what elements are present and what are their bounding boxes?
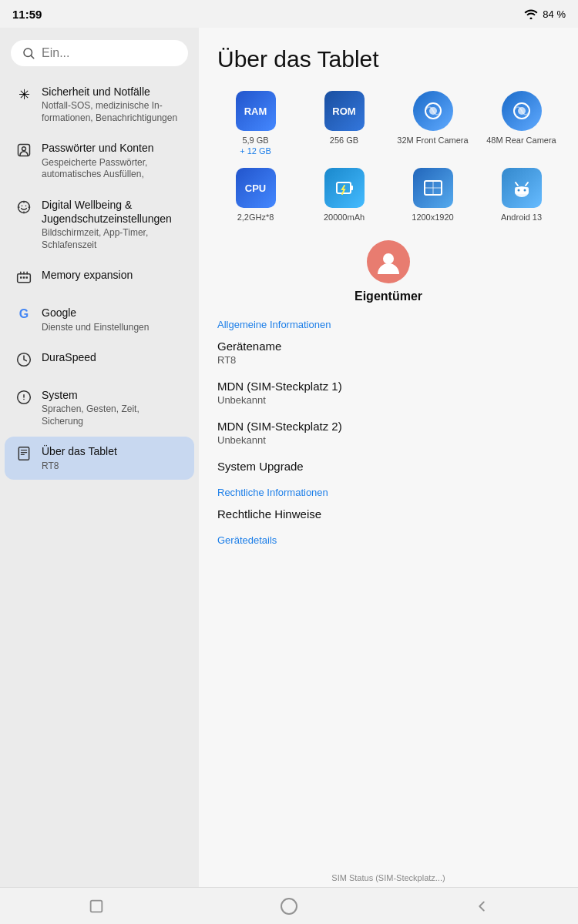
spec-battery: 20000mAh xyxy=(306,168,382,222)
svg-rect-14 xyxy=(18,447,29,460)
status-time: 11:59 xyxy=(12,8,42,21)
svg-rect-15 xyxy=(21,450,27,450)
search-bar[interactable]: Ein... xyxy=(11,40,188,66)
nav-home-button[interactable] xyxy=(266,892,312,920)
rom-label: 256 GB xyxy=(330,136,358,145)
geratename-value: RT8 xyxy=(217,354,560,366)
info-system-upgrade[interactable]: System Upgrade xyxy=(217,460,560,473)
sidebar-item-google[interactable]: G Google Dienste und Einstellungen xyxy=(5,298,194,341)
back-icon xyxy=(473,898,490,915)
bottom-hint-text: SIM Status (SIM-Steckplatz...) xyxy=(331,873,445,882)
sidebar-item-passworter[interactable]: Passwörter und Konten Gespeicherte Passw… xyxy=(5,133,194,188)
sicherheit-title: Sicherheit und Notfälle xyxy=(42,85,183,99)
svg-rect-28 xyxy=(515,187,529,194)
wellbeing-icon xyxy=(15,199,32,219)
passworter-icon xyxy=(15,142,32,162)
section-allgemeine-header: Allgemeine Informationen xyxy=(217,319,560,330)
battery-label: 20000mAh xyxy=(324,213,365,222)
section-rechtliche-header: Rechtliche Informationen xyxy=(217,487,560,498)
cpu-label: 2,2GHz*8 xyxy=(237,213,274,222)
sidebar-item-duraspeed[interactable]: DuraSpeed xyxy=(5,343,194,379)
mdn1-label: MDN (SIM-Steckplatz 1) xyxy=(217,380,560,393)
svg-line-32 xyxy=(526,182,528,186)
info-geratename[interactable]: Gerätename RT8 xyxy=(217,340,560,366)
sicherheit-subtitle: Notfall-SOS, medizinische In­formationen… xyxy=(42,100,183,124)
spec-rearcam: 48M Rear Camera xyxy=(483,91,560,156)
android-label: Android 13 xyxy=(501,213,542,222)
svg-rect-23 xyxy=(351,186,353,190)
svg-point-13 xyxy=(23,399,25,400)
specs-grid: RAM 5,9 GB + 12 GB ROM 256 GB xyxy=(217,91,560,222)
svg-rect-16 xyxy=(21,452,27,453)
google-title: Google xyxy=(42,306,149,320)
nav-back-button[interactable] xyxy=(459,892,505,920)
google-subtitle: Dienste und Einstellungen xyxy=(42,322,149,334)
owner-section: Eigentümer xyxy=(217,240,560,303)
ram-label: 5,9 GB xyxy=(242,136,268,145)
duraspeed-icon xyxy=(15,352,32,371)
google-icon: G xyxy=(15,307,32,321)
status-bar: 11:59 84 % xyxy=(0,0,578,28)
rearcam-icon xyxy=(502,91,542,131)
spec-frontcam: 32M Front Camera xyxy=(395,91,471,156)
cpu-icon: CPU xyxy=(236,168,276,208)
memory-icon xyxy=(15,270,32,289)
uber-title: Über das Tablet xyxy=(42,444,117,458)
info-rechtliche-hinweise[interactable]: Rechtliche Hinweise xyxy=(217,507,560,521)
svg-line-1 xyxy=(31,55,33,58)
sidebar-item-sicherheit[interactable]: ✳ Sicherheit und Notfälle Notfall-SOS, m… xyxy=(5,77,194,132)
ram-icon: RAM xyxy=(236,91,276,131)
spec-cpu: CPU 2,2GHz*8 xyxy=(217,168,294,222)
sidebar-item-system[interactable]: System Sprachen, Gesten, Zeit, Sicherung xyxy=(5,380,194,435)
main-content: Über das Tablet RAM 5,9 GB + 12 GB ROM 2… xyxy=(199,28,578,887)
sidebar-item-memory[interactable]: Memory expansion xyxy=(5,260,194,296)
battery-icon xyxy=(324,168,365,208)
spec-android: Android 13 xyxy=(483,168,560,222)
passworter-subtitle: Gespeicherte Passwörter, automatisches A… xyxy=(42,157,183,181)
uber-icon xyxy=(15,446,32,465)
owner-name: Eigentümer xyxy=(355,290,422,303)
spec-resolution: 1200x1920 xyxy=(395,168,471,222)
svg-rect-10 xyxy=(26,276,29,279)
spec-rom: ROM 256 GB xyxy=(306,91,382,156)
svg-rect-34 xyxy=(91,900,102,912)
sidebar-item-uber[interactable]: Über das Tablet RT8 xyxy=(5,437,194,480)
info-mdn1[interactable]: MDN (SIM-Steckplatz 1) Unbekannt xyxy=(217,380,560,406)
sicherheit-icon: ✳ xyxy=(15,86,32,103)
frontcam-label: 32M Front Camera xyxy=(397,136,468,145)
ram-extra: + 12 GB xyxy=(240,146,271,156)
nav-square-button[interactable] xyxy=(73,892,119,920)
wellbeing-subtitle: Bildschirmzeit, App-Timer, Schlafenszeit xyxy=(42,227,183,251)
frontcam-icon xyxy=(413,91,453,131)
circle-icon xyxy=(280,897,298,916)
mdn2-value: Unbekannt xyxy=(217,434,560,446)
search-placeholder: Ein... xyxy=(42,46,69,60)
resolution-icon xyxy=(413,168,453,208)
spec-ram: RAM 5,9 GB + 12 GB xyxy=(217,91,294,156)
owner-avatar xyxy=(367,240,410,283)
svg-rect-9 xyxy=(23,276,25,279)
search-icon xyxy=(22,46,35,60)
svg-line-31 xyxy=(516,182,518,186)
resolution-label: 1200x1920 xyxy=(412,213,453,222)
memory-title: Memory expansion xyxy=(42,268,133,282)
sidebar-item-wellbeing[interactable]: Digital Wellbeing & Jugendschutzeinstell… xyxy=(5,190,194,259)
svg-rect-17 xyxy=(21,454,25,455)
wifi-icon xyxy=(524,8,538,19)
svg-point-5 xyxy=(22,205,23,206)
duraspeed-title: DuraSpeed xyxy=(42,350,96,364)
svg-point-29 xyxy=(517,189,519,192)
sidebar: Ein... ✳ Sicherheit und Notfälle Notfall… xyxy=(0,28,199,887)
svg-point-35 xyxy=(281,899,297,914)
passworter-title: Passwörter und Konten xyxy=(42,141,183,155)
system-title: System xyxy=(42,388,183,402)
info-mdn2[interactable]: MDN (SIM-Steckplatz 2) Unbekannt xyxy=(217,420,560,446)
uber-subtitle: RT8 xyxy=(42,460,117,473)
page-title: Über das Tablet xyxy=(217,46,560,72)
svg-point-6 xyxy=(25,205,27,206)
svg-point-3 xyxy=(22,147,26,151)
svg-point-33 xyxy=(383,253,394,264)
battery-text: 84 % xyxy=(543,8,566,20)
mdn2-label: MDN (SIM-Steckplatz 2) xyxy=(217,420,560,433)
svg-point-30 xyxy=(523,189,526,192)
